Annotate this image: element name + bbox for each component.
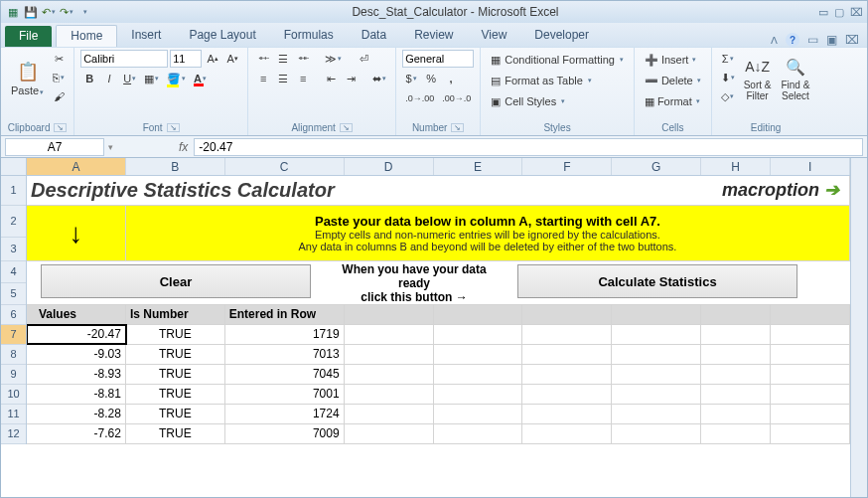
font-size-select[interactable] [170, 50, 202, 68]
align-right-button[interactable]: ≡ [294, 70, 312, 87]
tab-insert[interactable]: Insert [117, 25, 175, 47]
close-button[interactable]: ⌧ [850, 6, 863, 19]
autosum-button[interactable]: Σ▾ [718, 50, 738, 68]
col-header-I[interactable]: I [771, 158, 850, 175]
cell-entered-row[interactable]: 7013 [225, 345, 345, 364]
vertical-scrollbar[interactable] [850, 158, 867, 497]
row-header-4[interactable]: 4 [1, 261, 26, 283]
copy-button[interactable]: ⎘▾ [50, 69, 68, 86]
save-icon[interactable]: 💾 [23, 4, 39, 20]
doc-close-button[interactable]: ⌧ [845, 33, 859, 47]
cell-isnumber[interactable]: TRUE [126, 405, 225, 423]
col-header-E[interactable]: E [434, 158, 523, 175]
row-header-7[interactable]: 7 [1, 325, 26, 345]
cell-entered-row[interactable]: 7045 [225, 365, 345, 384]
decrease-decimal-button[interactable]: .00→.0 [439, 89, 474, 107]
col-header-A[interactable]: A [27, 158, 126, 175]
decrease-indent-button[interactable]: ⇤ [322, 70, 340, 87]
fill-color-button[interactable]: 🪣▾ [164, 70, 189, 87]
cell-value[interactable]: -8.28 [27, 405, 126, 423]
percent-format-button[interactable]: % [422, 70, 440, 87]
row-header-1[interactable]: 1 [1, 176, 26, 206]
doc-minimize-button[interactable]: ▭ [807, 33, 818, 47]
comma-format-button[interactable]: , [442, 70, 460, 87]
select-all-corner[interactable] [1, 158, 27, 176]
grid[interactable]: Descriptive Statistics Calculatormacropt… [27, 176, 850, 444]
tab-data[interactable]: Data [348, 25, 400, 47]
conditional-formatting-button[interactable]: ▦Conditional Formatting▾ [487, 50, 628, 70]
find-select-button[interactable]: 🔍 Find & Select [777, 54, 813, 101]
format-as-table-button[interactable]: ▤Format as Table▾ [487, 71, 628, 90]
tab-formulas[interactable]: Formulas [270, 25, 348, 47]
doc-restore-button[interactable]: ▣ [826, 33, 837, 47]
accounting-format-button[interactable]: $▾ [402, 70, 420, 87]
cell-entered-row[interactable]: 1724 [225, 405, 345, 423]
grow-font-button[interactable]: A▴ [204, 50, 221, 68]
fx-icon[interactable]: fx [179, 140, 188, 154]
undo-icon[interactable]: ↶▾ [41, 4, 57, 20]
cell-isnumber[interactable]: TRUE [126, 385, 225, 404]
tab-developer[interactable]: Developer [520, 25, 603, 47]
underline-button[interactable]: U▾ [120, 70, 139, 87]
format-painter-button[interactable]: 🖌 [50, 87, 68, 105]
cell-value[interactable]: -20.47 [27, 325, 126, 344]
dialog-launcher-icon[interactable]: ↘ [167, 123, 180, 132]
maximize-button[interactable]: ▢ [834, 6, 844, 19]
tab-view[interactable]: View [468, 25, 521, 47]
row-header-2[interactable]: 2 [1, 206, 26, 238]
cell-isnumber[interactable]: TRUE [126, 345, 225, 364]
number-format-select[interactable] [402, 50, 474, 68]
row-header-10[interactable]: 10 [1, 385, 26, 405]
border-button[interactable]: ▦▾ [141, 70, 162, 87]
minimize-button[interactable]: ▭ [818, 6, 828, 19]
sort-filter-button[interactable]: A↓Z Sort & Filter [740, 54, 776, 101]
orientation-button[interactable]: ≫▾ [322, 50, 345, 68]
row-header-5[interactable]: 5 [1, 283, 26, 305]
qat-customize-icon[interactable]: ▾ [76, 4, 92, 20]
cell-isnumber[interactable]: TRUE [126, 424, 225, 443]
cut-button[interactable]: ✂ [50, 50, 68, 68]
align-middle-button[interactable]: ☰ [274, 50, 292, 68]
align-bottom-button[interactable]: ⬵ [294, 50, 312, 68]
col-header-G[interactable]: G [612, 158, 701, 175]
row-header-12[interactable]: 12 [1, 424, 26, 444]
col-header-H[interactable]: H [701, 158, 771, 175]
insert-cells-button[interactable]: ➕Insert▾ [641, 50, 705, 70]
cell-value[interactable]: -8.81 [27, 385, 126, 404]
cell-styles-button[interactable]: ▣Cell Styles▾ [487, 91, 628, 111]
paste-button[interactable]: 📋 Paste▾ [7, 59, 48, 96]
cell-entered-row[interactable]: 7001 [225, 385, 345, 404]
row-header-9[interactable]: 9 [1, 365, 26, 385]
minimize-ribbon-icon[interactable]: ᐱ [771, 35, 778, 46]
formula-bar[interactable] [194, 138, 863, 156]
clear-button[interactable]: ◇▾ [718, 87, 738, 105]
cell-entered-row[interactable]: 1719 [225, 325, 345, 344]
align-left-button[interactable]: ≡ [254, 70, 272, 87]
col-header-F[interactable]: F [522, 158, 612, 175]
cell-value[interactable]: -7.62 [27, 424, 126, 443]
name-box[interactable] [5, 138, 104, 156]
dialog-launcher-icon[interactable]: ↘ [54, 123, 67, 132]
merge-button[interactable]: ⬌▾ [369, 70, 389, 87]
clear-button[interactable]: Clear [41, 264, 311, 298]
wrap-text-button[interactable]: ⏎ [355, 50, 372, 68]
help-icon[interactable]: ? [786, 33, 799, 47]
calculate-statistics-button[interactable]: Calculate Statistics [517, 264, 797, 298]
tab-page-layout[interactable]: Page Layout [175, 25, 269, 47]
format-cells-button[interactable]: ▦Format▾ [641, 91, 705, 111]
col-header-B[interactable]: B [126, 158, 225, 175]
font-name-select[interactable] [80, 50, 168, 68]
cell-entered-row[interactable]: 7009 [225, 424, 345, 443]
dialog-launcher-icon[interactable]: ↘ [451, 123, 464, 132]
cell-isnumber[interactable]: TRUE [126, 365, 225, 384]
shrink-font-button[interactable]: A▾ [223, 50, 241, 68]
align-top-button[interactable]: ⬴ [254, 50, 272, 68]
fill-button[interactable]: ⬇▾ [718, 69, 738, 86]
font-color-button[interactable]: A▾ [191, 70, 210, 87]
tab-file[interactable]: File [5, 26, 52, 47]
cell-value[interactable]: -9.03 [27, 345, 126, 364]
tab-review[interactable]: Review [400, 25, 467, 47]
row-header-3[interactable]: 3 [1, 238, 26, 261]
italic-button[interactable]: I [100, 70, 118, 87]
bold-button[interactable]: B [80, 70, 98, 87]
